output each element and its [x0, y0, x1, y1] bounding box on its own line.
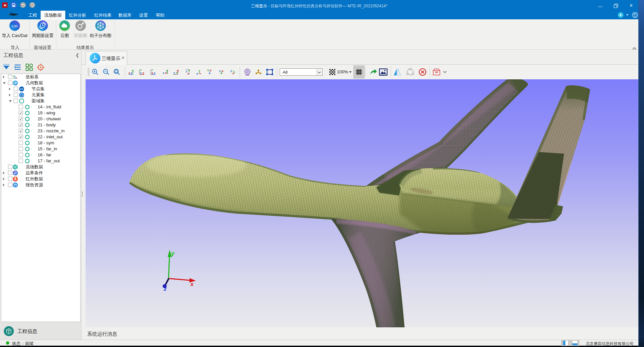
svg-text:z: z [196, 72, 198, 75]
svg-text:z: z [131, 71, 133, 75]
svg-text:z: z [163, 71, 164, 75]
svg-text:x: x [143, 71, 144, 75]
svg-text:z: z [173, 71, 175, 75]
svg-text:x: x [210, 69, 211, 72]
svg-text:y: y [171, 250, 175, 257]
svg-text:cas: cas [12, 23, 18, 28]
svg-text:z: z [219, 69, 221, 73]
svg-text:x: x [129, 71, 130, 75]
svg-text:x: x [16, 77, 17, 79]
svg-text:z: z [140, 71, 142, 75]
svg-text:z: z [154, 71, 156, 75]
svg-text:z: z [230, 69, 232, 73]
svg-text:x: x [222, 69, 223, 73]
svg-text:x: x [190, 281, 194, 287]
svg-text:Y: Y [176, 71, 178, 75]
svg-text:x: x [165, 71, 167, 75]
svg-text:x: x [152, 71, 153, 75]
svg-text:z: z [163, 286, 166, 292]
svg-text:x: x [232, 72, 234, 75]
svg-text:Y: Y [207, 69, 209, 72]
svg-text:x: x [187, 72, 189, 75]
